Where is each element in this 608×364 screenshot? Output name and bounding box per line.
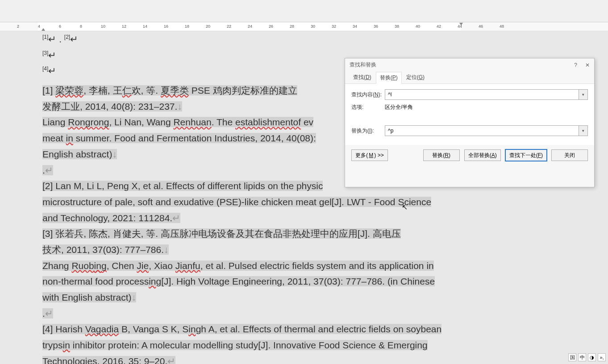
more-button[interactable]: 更多(M) >> — [351, 149, 388, 161]
body-line[interactable]: with English abstract)↓ — [38, 290, 466, 306]
tab-find[interactable]: 查找(D) — [350, 72, 375, 84]
ruler-tick: 40 — [416, 24, 420, 29]
ruler-tick: 36 — [374, 24, 378, 29]
ruler-tick: 32 — [332, 24, 336, 29]
footnote-ref: [4] — [42, 66, 48, 72]
find-what-label: 查找内容(N): — [351, 91, 385, 99]
find-dropdown-icon[interactable]: ▾ — [579, 89, 588, 100]
status-tray: 国 中 ◑ », — [568, 353, 606, 361]
ruler-tick: 16 — [164, 24, 168, 29]
body-line[interactable]: trypsin inhibitor protein: A molecular m… — [38, 337, 466, 353]
help-icon[interactable]: ? — [574, 62, 577, 68]
body-line[interactable]: .↵ — [38, 306, 466, 322]
tray-item[interactable]: ◑ — [588, 353, 596, 361]
options-value: 区分全/半角 — [385, 103, 413, 111]
horizontal-ruler[interactable]: 2468101214161820222426283032343638404244… — [0, 22, 608, 31]
ruler-tick: 28 — [290, 24, 294, 29]
ruler-tick: 4 — [38, 24, 40, 29]
body-line[interactable]: Zhang Ruobing, Chen Jie, Xiao Jianfu, et… — [38, 258, 466, 274]
dialog-tabs: 查找(D) 替换(P) 定位(G) — [345, 71, 594, 84]
replace-all-button[interactable]: 全部替换(A) — [464, 149, 501, 161]
mouse-cursor-icon: ↖ — [402, 203, 408, 211]
tab-replace[interactable]: 替换(P) — [376, 72, 402, 84]
ruler-tick: 34 — [353, 24, 357, 29]
ruler-tick: 2 — [17, 24, 19, 29]
ruler-tick: 22 — [227, 24, 231, 29]
find-next-button[interactable]: 查找下一处(F) — [505, 149, 547, 161]
dialog-button-row: 更多(M) >> 替换(R) 全部替换(A) 查找下一处(F) 关闭 — [345, 145, 594, 165]
ruler-tick: 44 — [458, 24, 462, 29]
ruler-tick: 46 — [479, 24, 483, 29]
tray-item[interactable]: », — [598, 353, 606, 361]
body-line[interactable]: non-thermal food processing[J]. High Vol… — [38, 273, 466, 290]
tab-goto[interactable]: 定位(G) — [403, 72, 428, 84]
replace-with-label: 替换为(I): — [351, 127, 385, 135]
find-what-input[interactable] — [385, 89, 579, 100]
footnote-ref: [2] — [64, 34, 70, 40]
ruler-tick: 20 — [206, 24, 210, 29]
ruler-tick: 42 — [437, 24, 441, 29]
replace-button[interactable]: 替换(R) — [423, 149, 460, 161]
ruler-tick: 8 — [80, 24, 82, 29]
body-line[interactable]: and Technology, 2021: 111284.↵ — [38, 210, 466, 226]
ruler-tick: 10 — [101, 24, 105, 29]
close-icon[interactable]: ✕ — [585, 62, 590, 68]
ruler-tick: 14 — [143, 24, 147, 29]
footnote-ref: [3] — [42, 50, 48, 56]
replace-dropdown-icon[interactable]: ▾ — [579, 125, 588, 136]
ruler-left-indent-icon[interactable] — [42, 28, 45, 31]
ruler-tick: 6 — [59, 24, 61, 29]
ruler-tick: 38 — [395, 24, 399, 29]
dialog-body: 查找内容(N): ▾ 选项: 区分全/半角 替换为(I): ▾ — [345, 84, 594, 145]
footnote-ref: [1] — [42, 34, 48, 40]
options-label: 选项: — [351, 103, 385, 111]
ruler-tick: 24 — [248, 24, 252, 29]
dialog-titlebar[interactable]: 查找和替换 ? ✕ — [345, 58, 594, 71]
body-line[interactable]: [4] Harish Vagadia B, Vanga S K, Singh A… — [38, 321, 466, 337]
find-replace-dialog[interactable]: 查找和替换 ? ✕ 查找(D) 替换(P) 定位(G) 查找内容(N): ▾ 选… — [345, 58, 595, 187]
body-line[interactable]: 技术, 2011, 37(03): 777–786.↓ — [38, 242, 466, 258]
ruler-tick: 26 — [269, 24, 273, 29]
ruler-tick: 12 — [122, 24, 126, 29]
replace-with-input[interactable] — [385, 125, 579, 136]
tray-item[interactable]: 中 — [578, 353, 586, 361]
body-line[interactable]: [3] 张若兵, 陈杰, 肖健夫, 等. 高压脉冲电场设备及其在食品非热处理中的… — [38, 226, 466, 242]
dialog-title-text: 查找和替换 — [350, 61, 376, 69]
tray-item[interactable]: 国 — [568, 353, 576, 361]
close-button[interactable]: 关闭 — [551, 149, 588, 161]
ruler-tick: 30 — [311, 24, 315, 29]
toolbar-area — [0, 0, 608, 22]
body-line[interactable]: Technologies, 2016, 35: 9–20.↵ — [38, 353, 466, 364]
ruler-tick: 18 — [185, 24, 189, 29]
ruler-tick: 48 — [500, 24, 504, 29]
